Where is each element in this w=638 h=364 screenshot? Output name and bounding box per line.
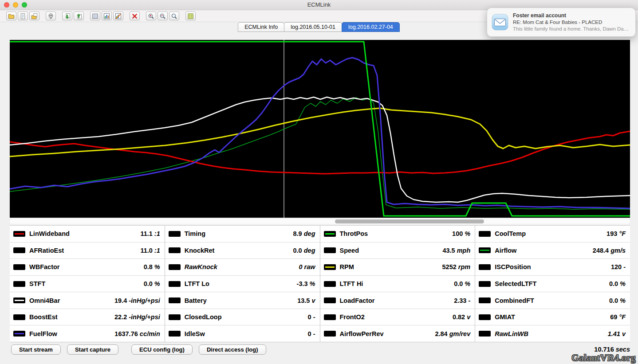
param-label: ClosedLoop <box>185 313 222 321</box>
param-row-combinedft[interactable]: CombinedFT0.0 % <box>475 292 630 309</box>
param-value: 0 - <box>308 330 315 337</box>
trace-color-line <box>170 233 179 235</box>
param-unit: :1 <box>154 247 160 254</box>
trace-color-swatch <box>479 281 491 287</box>
app-config-icon[interactable] <box>46 12 56 20</box>
trace-color-line <box>480 333 489 334</box>
param-row-loadfactor[interactable]: LoadFactor2.33 - <box>320 292 475 309</box>
zoom-fit-icon[interactable] <box>169 12 179 20</box>
trace-color-line <box>170 300 179 301</box>
trace-color-swatch <box>169 247 181 253</box>
param-row-fuelflow[interactable]: FuelFlow1637.76 cc/min <box>10 325 165 342</box>
parameter-column: LinWideband11.1 :1AFRatioEst11.0 :1WBFac… <box>10 226 165 342</box>
param-row-fronto2[interactable]: FrontO20.82 v <box>320 309 475 326</box>
param-row-battery[interactable]: Battery13.5 v <box>165 292 320 309</box>
param-row-selectedltft[interactable]: SelectedLTFT0.0 % <box>475 276 630 293</box>
param-row-afratioest[interactable]: AFRatioEst11.0 :1 <box>10 243 165 259</box>
param-row-linwideband[interactable]: LinWideband11.1 :1 <box>10 226 165 243</box>
param-unit: -inHg/+psi <box>129 297 160 304</box>
param-row-airflowperrev[interactable]: AirflowPerRev2.84 gm/rev <box>320 325 475 342</box>
param-unit: mph <box>457 247 471 254</box>
param-unit: gm/s <box>610 247 626 254</box>
param-row-airflow[interactable]: Airflow248.4 gm/s <box>475 243 630 259</box>
param-row-rawknock[interactable]: RawKnock0 raw <box>165 259 320 276</box>
param-row-ltft-hi[interactable]: LTFT Hi0.0 % <box>320 276 475 293</box>
param-value: 0 - <box>308 313 315 321</box>
trace-rpm <box>10 108 630 157</box>
param-row-wbfactor[interactable]: WBFactor0.8 % <box>10 259 165 276</box>
param-row-knockret[interactable]: KnockRet0.0 deg <box>165 243 320 259</box>
trace-color-swatch <box>324 247 336 253</box>
param-value: 0.0 deg <box>293 247 315 254</box>
ecu-config-log-button[interactable]: ECU config (log) <box>131 344 193 355</box>
param-unit: - <box>313 330 315 337</box>
delete-icon[interactable] <box>130 12 140 20</box>
param-value: 1637.76 cc/min <box>114 330 160 337</box>
zoom-window-button[interactable] <box>22 2 27 8</box>
tab-ecmlink-info[interactable]: ECMLink Info <box>238 22 284 32</box>
chart-scrollbar[interactable] <box>10 219 630 224</box>
notification-subject: RE: Mom Cat & Four Babies - PLACED <box>513 19 629 26</box>
param-row-speed[interactable]: Speed43.5 mph <box>320 243 475 259</box>
export-data-icon[interactable] <box>74 12 84 20</box>
param-row-cooltemp[interactable]: CoolTemp193 °F <box>475 226 630 243</box>
tab-log-2016-02-27-04[interactable]: log.2016.02.27-04 <box>342 22 400 32</box>
param-label: Speed <box>340 247 359 254</box>
tab-log-2016-05-10-01[interactable]: log.2016.05.10-01 <box>284 22 342 32</box>
param-row-ltft-lo[interactable]: LTFT Lo-3.3 % <box>165 276 320 293</box>
param-label: KnockRet <box>185 247 215 254</box>
import-data-icon[interactable] <box>62 12 72 20</box>
trace-color-line <box>480 233 489 235</box>
chart-scrollbar-thumb[interactable] <box>335 219 484 223</box>
param-row-iscposition[interactable]: ISCPosition120 - <box>475 259 630 276</box>
param-unit: gm/rev <box>449 330 471 337</box>
grid-view-icon[interactable] <box>185 12 196 20</box>
param-row-timing[interactable]: Timing8.9 deg <box>165 226 320 243</box>
param-value: 0.0 % <box>454 280 470 287</box>
param-label: Battery <box>185 297 207 304</box>
trace-color-line <box>170 266 179 268</box>
param-row-boostest[interactable]: BoostEst22.2 -inHg/+psi <box>10 309 165 326</box>
param-row-gmiat[interactable]: GMIAT69 °F <box>475 309 630 326</box>
param-label: SelectedLTFT <box>495 280 536 287</box>
trace-color-line <box>170 317 179 318</box>
param-row-rpm[interactable]: RPM5252 rpm <box>320 259 475 276</box>
save-log-icon[interactable] <box>18 12 28 20</box>
start-capture-button[interactable]: Start capture <box>67 344 118 355</box>
param-row-stft[interactable]: STFT0.0 % <box>10 276 165 293</box>
param-label: CoolTemp <box>495 230 526 237</box>
direct-access-log-button[interactable]: Direct access (log) <box>199 344 266 355</box>
save-log-as-icon[interactable] <box>29 12 39 20</box>
param-row-rawlinwb[interactable]: RawLinWB1.41 v <box>475 325 630 342</box>
close-window-button[interactable] <box>4 2 9 8</box>
table-view-icon[interactable] <box>90 12 100 20</box>
start-stream-button[interactable]: Start stream <box>11 344 61 355</box>
log-chart-canvas[interactable] <box>10 40 630 218</box>
param-label: RPM <box>340 263 354 270</box>
param-value: 193 °F <box>606 230 626 237</box>
param-unit: v <box>622 330 626 337</box>
param-row-idlesw[interactable]: IdleSw0 - <box>165 325 320 342</box>
param-value: 0.8 % <box>144 263 160 270</box>
notification-banner[interactable]: Foster email account RE: Mom Cat & Four … <box>487 8 636 37</box>
param-row-omni4bar[interactable]: Omni4Bar19.4 -inHg/+psi <box>10 292 165 309</box>
open-log-icon[interactable] <box>6 12 16 20</box>
param-label: WBFactor <box>29 263 59 270</box>
param-row-closedloop[interactable]: ClosedLoop0 - <box>165 309 320 326</box>
log-chart[interactable] <box>10 40 630 218</box>
chart-config-icon[interactable] <box>113 12 123 20</box>
trace-color-line <box>480 300 489 301</box>
trace-color-line <box>480 283 489 285</box>
zoom-in-icon[interactable] <box>146 12 156 20</box>
chart-view-icon[interactable] <box>102 12 112 20</box>
notification-title: Foster email account <box>513 12 629 19</box>
watermark: GalantVR4.org <box>571 352 636 364</box>
trace-color-swatch <box>324 314 336 320</box>
log-time: 10.716 secs <box>594 346 630 353</box>
param-row-throtpos[interactable]: ThrotPos100 % <box>320 226 475 243</box>
param-value: 11.0 :1 <box>140 247 160 254</box>
zoom-out-icon[interactable] <box>158 12 168 20</box>
param-label: Omni4Bar <box>29 297 60 304</box>
parameter-column: CoolTemp193 °FAirflow248.4 gm/sISCPositi… <box>475 226 630 342</box>
minimize-window-button[interactable] <box>13 2 18 8</box>
